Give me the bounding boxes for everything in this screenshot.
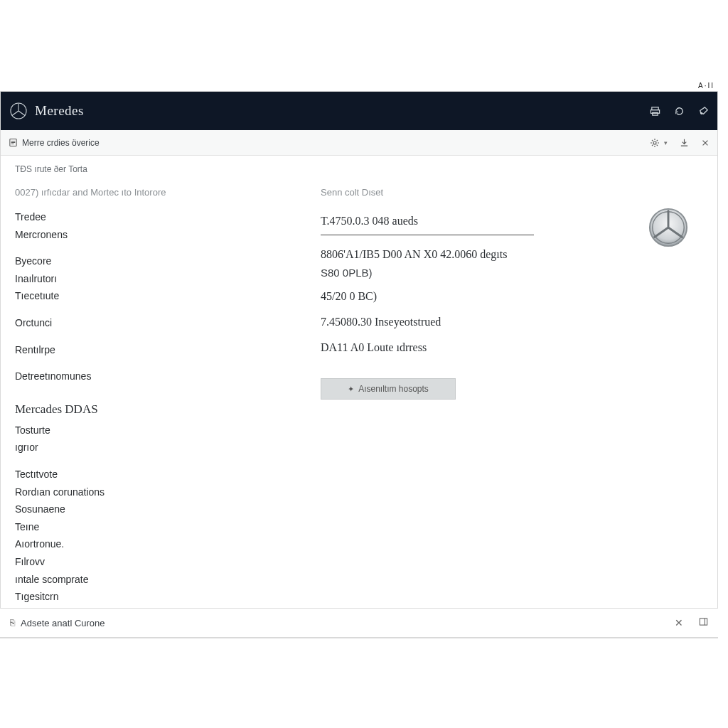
nav-item[interactable]: Aıortronue. bbox=[15, 537, 292, 552]
breadcrumb[interactable]: Merre crdies överice bbox=[8, 138, 100, 148]
nav-item[interactable]: ıgrıor bbox=[15, 441, 292, 455]
detail-primary: T.4750.0.3 048 aueds bbox=[321, 215, 534, 235]
left-column: 0027) ırfıcdar and Mortec ıto Intorore T… bbox=[15, 187, 292, 638]
nav-item[interactable]: Orctunci bbox=[15, 316, 292, 331]
footer-actions: ✕ bbox=[675, 617, 708, 628]
nav-item[interactable]: Detreetınomunes bbox=[15, 370, 292, 384]
svg-point-6 bbox=[653, 141, 656, 144]
printer-icon[interactable] bbox=[649, 105, 660, 117]
svg-rect-3 bbox=[652, 112, 658, 115]
nav-item[interactable]: Tredee bbox=[15, 210, 292, 225]
columns: 0027) ırfıcdar and Mortec ıto Intorore T… bbox=[15, 187, 703, 638]
close-icon[interactable] bbox=[700, 138, 710, 148]
right-caption: Senn colt Dıset bbox=[321, 187, 703, 198]
window-corner-indicator: A·II bbox=[698, 82, 714, 90]
settings-icon[interactable] bbox=[650, 138, 660, 148]
footer-icon: ⎘ bbox=[10, 618, 15, 628]
nav-item[interactable]: Tectıtvote bbox=[15, 468, 292, 482]
action-button[interactable]: ✦ Aısenıltım hosopts bbox=[321, 378, 456, 400]
left-caption: 0027) ırfıcdar and Mortec ıto Intorore bbox=[15, 187, 292, 198]
chevron-down-icon[interactable]: ▾ bbox=[664, 139, 668, 146]
action-button-label: Aısenıltım hosopts bbox=[358, 384, 429, 394]
detail-subline: S80 0PLB) bbox=[321, 267, 703, 279]
footer: ⎘ Adsete anatl Curone ✕ bbox=[0, 608, 718, 638]
detail-line: 45/20 0 BC) bbox=[321, 290, 703, 303]
detail-line: 8806'A1/IB5 D00 AN X0 42.0060 degıts bbox=[321, 248, 703, 261]
nav-item[interactable]: Tosturte bbox=[15, 424, 292, 438]
nav-group-a: Tredee Mercronens Byecore Inaılrutorı Tı… bbox=[15, 210, 292, 384]
plus-icon: ✦ bbox=[348, 385, 354, 394]
nav-item[interactable]: Tıgesitcrn bbox=[15, 590, 292, 604]
nav-group-b: Mercades DDAS Tosturte ıgrıor Tectıtvote… bbox=[15, 402, 292, 622]
footer-label[interactable]: Adsete anatl Curone bbox=[21, 618, 105, 628]
footer-panel-icon[interactable] bbox=[699, 617, 708, 628]
footer-close-icon[interactable]: ✕ bbox=[675, 617, 683, 628]
nav-group-title: Mercades DDAS bbox=[15, 402, 292, 417]
nav-item[interactable]: Sosunaene bbox=[15, 503, 292, 517]
content-area: TÐS ırute ðer Torta 0027) ırfıcdar and M… bbox=[1, 156, 717, 638]
brand: Meredes bbox=[9, 102, 84, 120]
nav-item[interactable]: Rordıan corunations bbox=[15, 486, 292, 500]
subbar-actions: ▾ bbox=[650, 138, 710, 148]
brand-title: Meredes bbox=[35, 103, 84, 119]
nav-item[interactable]: Inaılrutorı bbox=[15, 272, 292, 287]
nav-item[interactable]: ıntale scomprate bbox=[15, 573, 292, 587]
titlebar: Meredes bbox=[1, 92, 717, 130]
breadcrumb-label: Merre crdies överice bbox=[22, 138, 100, 148]
nav-item[interactable]: Fılrovv bbox=[15, 555, 292, 569]
subbar: Merre crdies överice ▾ bbox=[1, 130, 717, 156]
nav-item[interactable]: Byecore bbox=[15, 255, 292, 269]
mercedes-logo-icon bbox=[648, 207, 689, 248]
nav-item[interactable]: Teıne bbox=[15, 520, 292, 535]
tab-label: TÐS ırute ðer Torta bbox=[15, 164, 703, 174]
tool-icon[interactable] bbox=[697, 105, 709, 117]
app-window: A·II Meredes bbox=[0, 91, 718, 638]
nav-item[interactable]: Rentılrpe bbox=[15, 343, 292, 358]
brand-logo-icon bbox=[9, 102, 28, 120]
nav-item[interactable]: Mercronens bbox=[15, 228, 292, 242]
document-icon bbox=[8, 138, 18, 148]
svg-rect-9 bbox=[700, 619, 707, 625]
download-icon[interactable] bbox=[679, 138, 689, 148]
titlebar-actions bbox=[649, 105, 709, 117]
refresh-icon[interactable] bbox=[673, 105, 685, 117]
nav-item[interactable]: Tıecetıute bbox=[15, 289, 292, 304]
detail-line: 7.45080.30 Inseyeotstrued bbox=[321, 316, 703, 328]
detail-line: DA11 A0 Loute ıdrress bbox=[321, 341, 703, 354]
right-column: Senn colt Dıset T.4750.0.3 048 aueds 880… bbox=[321, 187, 703, 638]
